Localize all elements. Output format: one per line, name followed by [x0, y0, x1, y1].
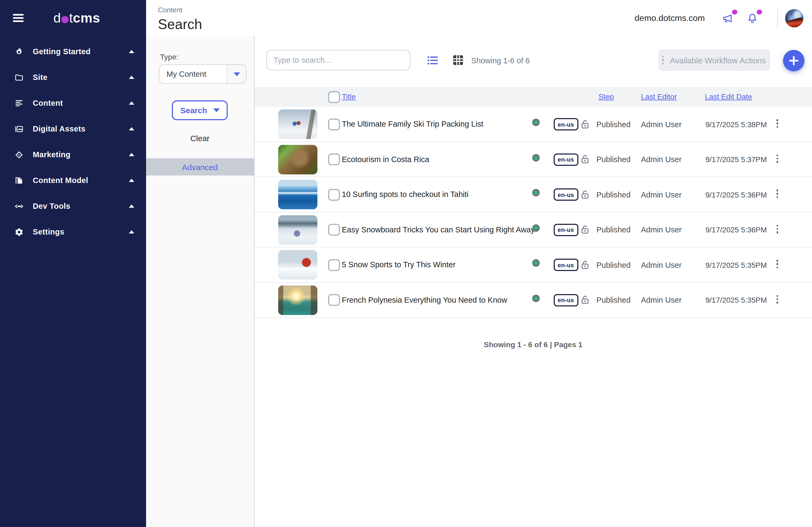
- search-button[interactable]: Search: [172, 100, 228, 120]
- row-date: 9/17/2025 5:35PM: [706, 296, 767, 304]
- row-menu-button[interactable]: [776, 260, 778, 269]
- sort-title[interactable]: Title: [342, 92, 356, 101]
- table-row[interactable]: French Polynesia Everything You Need to …: [254, 283, 812, 318]
- row-editor: Admin User: [641, 296, 682, 304]
- dotcms-logo: dtcms: [24, 10, 130, 26]
- sidebar-item-site[interactable]: Site: [0, 64, 146, 90]
- sidebar-item-label: Marketing: [33, 150, 71, 159]
- row-title[interactable]: 10 Surfing spots to checkout in Tahiti: [342, 190, 468, 199]
- table-row[interactable]: The Ultimate Family Ski Trip Packing Lis…: [254, 107, 812, 142]
- kebab-icon: [662, 56, 664, 65]
- row-menu-button[interactable]: [776, 119, 778, 128]
- sidebar-item-dev-tools[interactable]: Dev Tools: [0, 193, 146, 219]
- announcements-button[interactable]: [722, 12, 733, 24]
- list-view-button[interactable]: [427, 55, 438, 67]
- topbar-right: demo.dotcms.com: [635, 0, 803, 36]
- page-title: Search: [158, 16, 202, 33]
- row-date: 9/17/2025 5:36PM: [706, 225, 767, 234]
- gear-icon: [14, 227, 24, 236]
- row-menu-button[interactable]: [776, 225, 778, 234]
- hamburger-menu-icon[interactable]: [13, 12, 24, 24]
- row-menu-button[interactable]: [776, 154, 778, 163]
- megaphone-icon: [722, 12, 733, 24]
- row-checkbox[interactable]: [328, 224, 340, 236]
- notification-dot: [757, 10, 762, 15]
- sort-last-edit-date[interactable]: Last Edit Date: [705, 92, 752, 101]
- chevron-down-icon: [213, 108, 220, 112]
- row-checkbox[interactable]: [328, 259, 340, 271]
- sidebar-item-settings[interactable]: Settings: [0, 219, 146, 245]
- row-date: 9/17/2025 5:37PM: [706, 155, 767, 164]
- status-dot-published: [532, 154, 539, 161]
- row-editor: Admin User: [641, 225, 682, 234]
- content-type-dropdown-button[interactable]: [227, 65, 246, 83]
- sidebar-item-getting-started[interactable]: Getting Started: [0, 39, 146, 64]
- sort-last-editor[interactable]: Last Editor: [641, 92, 677, 101]
- search-input[interactable]: [266, 50, 410, 70]
- table-body: The Ultimate Family Ski Trip Packing Lis…: [254, 107, 812, 318]
- sidebar-item-content-model[interactable]: Content Model: [0, 167, 146, 193]
- status-dot-published: [532, 259, 539, 267]
- advanced-link[interactable]: Advanced: [146, 158, 254, 176]
- sidebar-item-digital-assets[interactable]: Digital Assets: [0, 116, 146, 142]
- sidebar-item-label: Settings: [33, 228, 64, 236]
- row-menu-button[interactable]: [776, 295, 778, 304]
- main-content: Showing 1-6 of 6 Available Workflow Acti…: [254, 36, 812, 527]
- chevron-up-icon: [129, 205, 134, 208]
- chevron-up-icon: [129, 127, 134, 131]
- locale-badge: en-us: [553, 189, 578, 201]
- row-title[interactable]: The Ultimate Family Ski Trip Packing Lis…: [342, 120, 483, 128]
- sort-step[interactable]: Step: [598, 92, 614, 101]
- row-menu-button[interactable]: [776, 190, 778, 198]
- lock-open-icon: [580, 259, 590, 272]
- sidebar-item-label: Site: [33, 73, 47, 81]
- row-title[interactable]: Easy Snowboard Tricks You can Start Usin…: [342, 225, 535, 234]
- avatar[interactable]: [785, 9, 803, 27]
- grid-view-icon: [452, 54, 464, 66]
- chevron-up-icon: [129, 50, 134, 53]
- chevron-up-icon: [129, 102, 134, 105]
- row-date: 9/17/2025 5:35PM: [706, 260, 767, 269]
- row-checkbox[interactable]: [328, 189, 340, 200]
- row-title[interactable]: 5 Snow Sports to Try This Winter: [342, 260, 455, 269]
- content-type-value: My Content: [160, 70, 227, 78]
- table-row[interactable]: 5 Snow Sports to Try This Winter en-us P…: [254, 247, 812, 283]
- flame-icon: [14, 47, 24, 56]
- content-type-select[interactable]: My Content: [159, 64, 246, 84]
- table-row[interactable]: Ecotourism in Costa Rica en-us Published…: [254, 142, 812, 177]
- notifications-button[interactable]: [746, 12, 758, 24]
- sidebar-item-marketing[interactable]: Marketing: [0, 142, 146, 167]
- lock-open-icon: [580, 189, 590, 202]
- logo-text: d: [54, 10, 61, 26]
- row-checkbox[interactable]: [328, 294, 340, 306]
- row-editor: Admin User: [641, 260, 682, 269]
- result-count: Showing 1-6 of 6: [471, 56, 530, 65]
- row-step: Published: [596, 260, 630, 269]
- site-selector[interactable]: demo.dotcms.com: [635, 13, 705, 23]
- type-label: Type:: [160, 52, 178, 61]
- row-title[interactable]: French Polynesia Everything You Need to …: [342, 296, 507, 304]
- select-all-checkbox[interactable]: [328, 91, 340, 103]
- sidebar-nav: Getting Started Site Content Digital Ass…: [0, 36, 146, 245]
- table-row[interactable]: Easy Snowboard Tricks You can Start Usin…: [254, 212, 812, 247]
- row-step: Published: [596, 190, 630, 199]
- lock-open-icon: [580, 154, 590, 167]
- table-row[interactable]: 10 Surfing spots to checkout in Tahiti e…: [254, 177, 812, 212]
- topbar-divider: [777, 9, 778, 27]
- sidebar-item-label: Getting Started: [33, 47, 90, 56]
- plus-icon: [789, 56, 798, 65]
- workflow-actions-button[interactable]: Available Workflow Actions: [658, 49, 770, 71]
- row-checkbox[interactable]: [328, 118, 340, 130]
- status-dot-published: [532, 224, 539, 231]
- sidebar-item-content[interactable]: Content: [0, 90, 146, 116]
- clear-button[interactable]: Clear: [146, 134, 254, 143]
- locale-badge: en-us: [553, 294, 578, 306]
- chevron-up-icon: [129, 76, 134, 79]
- row-checkbox[interactable]: [328, 153, 340, 165]
- row-title[interactable]: Ecotourism in Costa Rica: [342, 155, 429, 163]
- sidebar-header: dtcms: [0, 0, 146, 36]
- workflow-actions-label: Available Workflow Actions: [670, 56, 766, 65]
- app-window: dtcms Getting Started Site Content Digi: [0, 0, 812, 527]
- grid-view-button[interactable]: [452, 54, 464, 68]
- add-content-button[interactable]: [783, 50, 804, 71]
